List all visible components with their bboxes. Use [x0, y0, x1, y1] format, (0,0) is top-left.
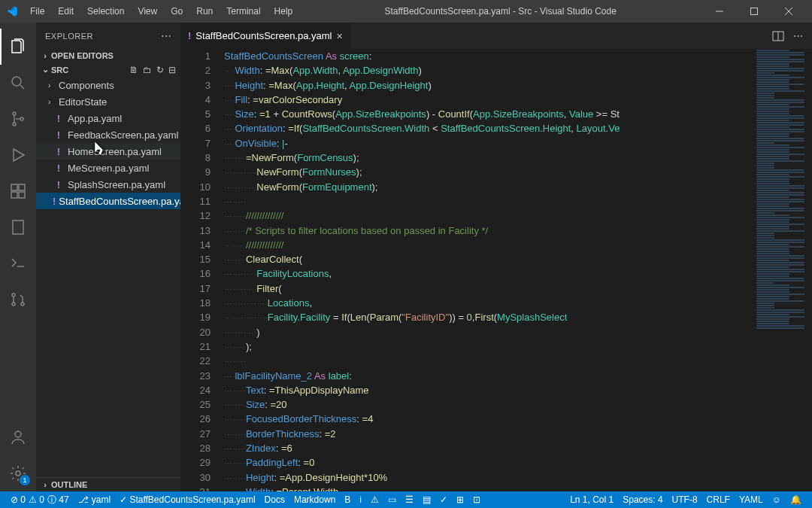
svg-rect-9 [13, 221, 23, 234]
new-file-icon[interactable]: 🗎 [129, 65, 138, 75]
folder-editorstate[interactable]: ›EditorState [36, 93, 180, 110]
status-icon-5[interactable]: ✓ [435, 494, 452, 505]
window-controls [702, 0, 806, 23]
svg-point-2 [13, 112, 16, 115]
editor-more-icon[interactable]: ⋯ [793, 30, 803, 41]
open-editors-section[interactable]: ›OPEN EDITORS [36, 49, 180, 62]
vscode-logo-icon [6, 5, 18, 17]
activity-bar: 1 [0, 23, 36, 491]
status-markdown[interactable]: Markdown [289, 494, 340, 505]
file-feedbackscreen[interactable]: !FeedbackScreen.pa.yaml [36, 126, 180, 143]
svg-point-13 [15, 431, 21, 437]
file-homescreen[interactable]: !HomeScreen.pa.yaml [36, 143, 180, 160]
status-spaces[interactable]: Spaces: 4 [618, 494, 667, 505]
status-icon-3[interactable]: ☰ [401, 494, 418, 505]
search-icon[interactable] [0, 65, 36, 101]
menu-edit[interactable]: Edit [52, 3, 80, 20]
explorer-icon[interactable] [0, 29, 36, 65]
tab-staffbedcounts[interactable]: ! StaffBedCountsScreen.pa.yaml × [180, 23, 351, 49]
refresh-icon[interactable]: ↻ [156, 65, 164, 75]
source-control-icon[interactable] [0, 101, 36, 137]
svg-point-14 [16, 471, 20, 476]
status-italic[interactable]: i [355, 494, 366, 505]
status-bold[interactable]: B [340, 494, 355, 505]
outline-section[interactable]: ›OUTLINE [36, 477, 180, 491]
new-folder-icon[interactable]: 🗀 [143, 65, 152, 75]
file-mescreen[interactable]: !MeScreen.pa.yaml [36, 160, 180, 176]
status-lang[interactable]: YAML [735, 494, 768, 505]
menu-file[interactable]: File [24, 3, 50, 20]
code-content[interactable]: StaffBedCountsScreen As screen:····Width… [224, 49, 812, 491]
menu-view[interactable]: View [132, 3, 163, 20]
explorer-toolbar: 🗎 🗀 ↻ ⊟ [129, 65, 176, 75]
menu-go[interactable]: Go [165, 3, 189, 20]
svg-rect-6 [19, 184, 25, 190]
explorer-sidebar: EXPLORER ⋯ ›OPEN EDITORS ⌄SRC 🗎 🗀 ↻ ⊟ ›C… [36, 23, 180, 491]
sidebar-header: EXPLORER ⋯ [36, 23, 180, 49]
status-cursor[interactable]: Ln 1, Col 1 [565, 494, 618, 505]
run-debug-icon[interactable] [0, 137, 36, 173]
file-app[interactable]: !App.pa.yaml [36, 110, 180, 126]
svg-rect-5 [11, 184, 17, 190]
status-icon-6[interactable]: ⊞ [452, 494, 468, 505]
svg-point-1 [12, 77, 21, 86]
status-icon-7[interactable]: ⊡ [468, 494, 485, 505]
extensions-icon[interactable] [0, 173, 36, 209]
window-title: StaffBedCountsScreen.pa.yaml - Src - Vis… [298, 6, 702, 17]
src-section[interactable]: ⌄SRC [36, 62, 71, 77]
menu-help[interactable]: Help [268, 3, 299, 20]
menu-selection[interactable]: Selection [81, 3, 130, 20]
status-file[interactable]: ✓ StaffBedCountsScreen.pa.yaml [115, 494, 260, 505]
line-gutter: 1234567891011121314151617181920212223242… [180, 49, 224, 491]
split-editor-icon[interactable] [772, 30, 784, 42]
yaml-file-icon: ! [188, 30, 191, 41]
bookmark-icon[interactable] [0, 209, 36, 245]
status-problems[interactable]: ⊘ 0 ⚠ 0 ⓘ 47 [6, 494, 74, 506]
collapse-icon[interactable]: ⊟ [168, 65, 176, 75]
status-encoding[interactable]: UTF-8 [668, 494, 702, 505]
menu-terminal[interactable]: Terminal [220, 3, 266, 20]
svg-point-11 [12, 303, 15, 306]
file-splashscreen[interactable]: !SplashScreen.pa.yaml [36, 176, 180, 193]
status-eol[interactable]: CRLF [702, 494, 735, 505]
svg-point-3 [13, 123, 16, 126]
minimize-button[interactable] [702, 0, 737, 23]
title-bar: File Edit Selection View Go Run Terminal… [0, 0, 812, 23]
code-editor[interactable]: 1234567891011121314151617181920212223242… [180, 49, 812, 491]
terminal-panel-icon[interactable] [0, 245, 36, 281]
menu-bar: File Edit Selection View Go Run Terminal… [24, 3, 298, 20]
svg-point-10 [12, 294, 15, 297]
menu-run[interactable]: Run [190, 3, 219, 20]
sidebar-more-icon[interactable]: ⋯ [161, 30, 172, 42]
git-pr-icon[interactable] [0, 281, 36, 318]
editor-area: ! StaffBedCountsScreen.pa.yaml × ⋯ 12345… [180, 23, 812, 491]
tab-close-icon[interactable]: × [337, 30, 343, 42]
status-bell-icon[interactable]: 🔔 [786, 494, 806, 505]
sidebar-title: EXPLORER [45, 32, 93, 41]
status-icon-4[interactable]: ▤ [418, 494, 435, 505]
svg-rect-8 [19, 192, 25, 198]
minimap[interactable] [752, 49, 812, 491]
tab-label: StaffBedCountsScreen.pa.yaml [195, 30, 332, 41]
status-feedback-icon[interactable]: ☺ [768, 494, 786, 505]
status-bar: ⊘ 0 ⚠ 0 ⓘ 47 ⎇yaml ✓ StaffBedCountsScree… [0, 491, 812, 508]
settings-badge: 1 [20, 475, 30, 485]
editor-tabs: ! StaffBedCountsScreen.pa.yaml × ⋯ [180, 23, 812, 49]
settings-gear-icon[interactable]: 1 [0, 455, 36, 491]
svg-point-4 [20, 117, 23, 120]
account-icon[interactable] [0, 419, 36, 455]
close-button[interactable] [771, 0, 806, 23]
status-branch[interactable]: ⎇yaml [74, 494, 115, 505]
svg-point-12 [21, 303, 24, 306]
status-icon-2[interactable]: ▭ [383, 494, 401, 505]
svg-rect-7 [11, 192, 17, 198]
status-icon-1[interactable]: ⚠ [366, 494, 383, 505]
folder-components[interactable]: ›Components [36, 77, 180, 93]
status-docs[interactable]: Docs [260, 494, 289, 505]
maximize-button[interactable] [737, 0, 771, 23]
file-staffbedcounts[interactable]: !StaffBedCountsScreen.pa.yaml [36, 193, 180, 209]
svg-rect-0 [751, 8, 758, 15]
